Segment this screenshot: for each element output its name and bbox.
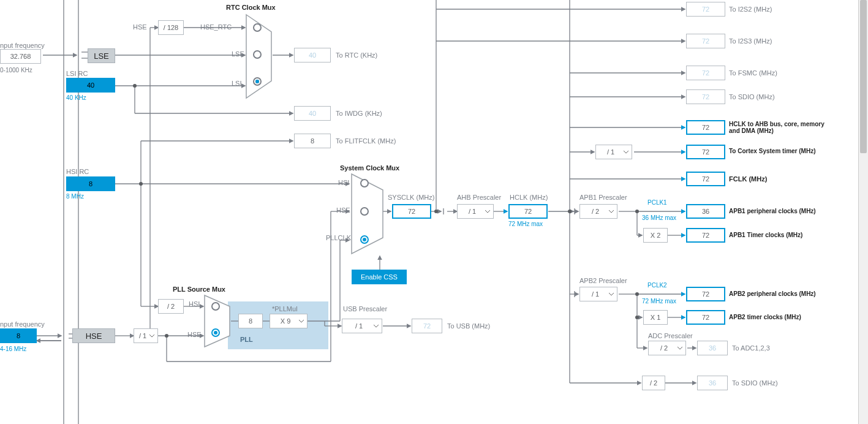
apb1-max: 36 MHz max: [642, 214, 676, 221]
hsi-unit: 8 MHz: [66, 193, 84, 200]
rtc-in-lsi: LSI: [232, 80, 242, 87]
to-iwdg-val: 40: [294, 106, 331, 121]
to-flitf-val: 8: [294, 134, 331, 148]
hse-input-freq-label: nput frequency: [0, 320, 45, 328]
pll-in-hsi: HSI: [189, 300, 200, 308]
vertical-scrollbar[interactable]: [858, 0, 868, 424]
apb2-tim-mul: X 1: [643, 310, 668, 325]
hsi-val: 8: [66, 176, 115, 191]
svg-point-82: [635, 316, 639, 319]
adc-prescaler[interactable]: / 2: [648, 341, 686, 355]
pll-mul-label: *PLLMul: [272, 305, 298, 312]
adc-val: 36: [697, 341, 728, 355]
i2s2-val: 72: [686, 2, 725, 17]
ahb-prescaler[interactable]: / 1: [457, 204, 494, 219]
to-rtc-val: 40: [294, 48, 331, 62]
i2s3-val: 72: [686, 34, 725, 48]
ahbbus-val[interactable]: 72: [686, 120, 725, 135]
lse-range: 0-1000 KHz: [0, 67, 32, 74]
fclk-lbl: FCLK (MHz): [729, 175, 767, 183]
cortex-lbl: To Cortex System timer (MHz): [729, 148, 816, 154]
sys-select-pll[interactable]: [360, 235, 369, 244]
enable-css-button[interactable]: Enable CSS: [352, 270, 407, 284]
hse-prescaler[interactable]: / 1: [134, 328, 158, 343]
apb1-tim-mul: X 2: [643, 228, 668, 243]
svg-point-79: [568, 210, 572, 213]
cortex-val[interactable]: 72: [686, 145, 725, 159]
hsertc-lbl: HSE_RTC: [200, 23, 232, 31]
sys-select-hse[interactable]: [360, 207, 369, 216]
apb2-pclk-val[interactable]: 72: [686, 287, 725, 301]
to-usb-val: 72: [412, 319, 442, 333]
fsmc-val: 72: [686, 66, 725, 80]
sdio-top-val: 72: [686, 89, 725, 104]
hclk-val[interactable]: [508, 204, 548, 219]
lsi-unit: 40 KHz: [66, 94, 86, 101]
sdioclk-val: 36: [697, 376, 728, 390]
sdioclk-div: / 2: [642, 376, 665, 390]
rtc-select-hse[interactable]: [253, 23, 262, 32]
hse-src-lbl: HSE: [133, 23, 147, 31]
apb2-tim-lbl: APB2 timer clocks (MHz): [729, 314, 801, 320]
apb1-prescaler[interactable]: / 2: [579, 204, 617, 219]
to-flitf-label: To FLITFCLK (MHz): [336, 137, 396, 145]
apb1-tim-lbl: APB1 Timer clocks (MHz): [729, 232, 802, 238]
svg-point-77: [165, 334, 168, 338]
svg-point-81: [635, 292, 639, 296]
sys-mux-title: System Clock Mux: [340, 164, 399, 172]
sys-in-pll: PLLCLK: [326, 234, 351, 241]
ahb-title: AHB Prescaler: [457, 194, 501, 201]
sys-in-hsi: HSI: [338, 179, 349, 186]
apb1-pclk-lbl: APB1 peripheral clocks (MHz): [729, 208, 816, 214]
hse-block[interactable]: HSE: [72, 328, 115, 343]
apb2-pclk-lbl: APB2 peripheral clocks (MHz): [729, 290, 816, 297]
lse-freq[interactable]: [0, 49, 41, 64]
lsi-label: LSI RC: [66, 70, 88, 77]
to-usb-label: To USB (MHz): [447, 322, 490, 330]
sys-in-hse: HSE: [336, 206, 350, 214]
usb-prescaler[interactable]: / 1: [342, 319, 382, 333]
adc-lbl: To ADC1,2,3: [732, 344, 770, 352]
pll-mul[interactable]: X 9: [270, 314, 308, 328]
hse-div128: / 128: [158, 20, 184, 35]
ahbbus-lbl: HCLK to AHB bus, core, memory and DMA (M…: [729, 121, 833, 134]
adc-title: ADC Prescaler: [648, 332, 693, 339]
pll-mux-title: PLL Source Mux: [173, 286, 225, 293]
svg-point-74: [133, 84, 137, 88]
pll-select-hse[interactable]: [211, 328, 220, 337]
fsmc-lbl: To FSMC (MHz): [729, 69, 777, 77]
scroll-thumb[interactable]: [860, 0, 867, 153]
pll-select-hsi[interactable]: [211, 302, 220, 311]
hclk-max: 72 MHz max: [508, 221, 543, 227]
apb2-tim-val[interactable]: 72: [686, 310, 725, 325]
lse-block[interactable]: LSE: [88, 48, 115, 63]
to-rtc-label: To RTC (KHz): [336, 51, 377, 59]
svg-point-80: [635, 210, 639, 213]
hsi-label: HSI RC: [66, 168, 89, 175]
cortex-prescaler[interactable]: / 1: [595, 145, 632, 159]
svg-point-78: [434, 210, 438, 213]
sysclk-label: SYSCLK (MHz): [388, 194, 434, 201]
rtc-mux-title: RTC Clock Mux: [226, 4, 276, 11]
hse-input-value[interactable]: [0, 328, 37, 343]
apb2-prescaler[interactable]: / 1: [579, 287, 617, 301]
fclk-val[interactable]: 72: [686, 172, 725, 186]
apb2-max: 72 MHz max: [642, 298, 676, 305]
to-iwdg-label: To IWDG (KHz): [336, 110, 382, 117]
rtc-select-lse[interactable]: [253, 50, 262, 59]
pll-in-hse: HSE: [187, 331, 202, 338]
apb2-title: APB2 Prescaler: [579, 277, 627, 284]
svg-point-75: [139, 182, 143, 186]
sdio-top-lbl: To SDIO (MHz): [729, 93, 775, 100]
apb1-pclk: PCLK1: [647, 199, 667, 206]
apb2-pclk: PCLK2: [647, 282, 667, 289]
sys-select-hsi[interactable]: [360, 179, 369, 187]
sysclk-val[interactable]: [392, 204, 431, 219]
lsi-val: 40: [66, 78, 115, 93]
apb1-pclk-val[interactable]: 36: [686, 204, 725, 219]
lse-input-freq-label: nput frequency: [0, 42, 45, 49]
apb1-tim-val[interactable]: 72: [686, 228, 725, 243]
sdioclk-lbl: To SDIO (MHz): [732, 379, 778, 387]
hclk-label: HCLK (MHz): [510, 194, 548, 201]
apb1-title: APB1 Prescaler: [579, 194, 627, 201]
